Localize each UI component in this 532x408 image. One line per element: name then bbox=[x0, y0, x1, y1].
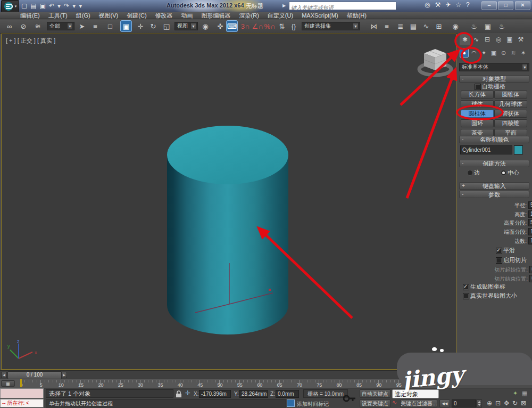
subtab-shapes[interactable]: ◠ bbox=[470, 48, 479, 58]
align-icon[interactable]: ≡ bbox=[381, 20, 393, 32]
menu-item[interactable]: 动画 bbox=[177, 12, 197, 19]
selection-region-icon[interactable]: □ bbox=[104, 20, 116, 32]
parameter-value-field[interactable]: 1 bbox=[528, 228, 532, 235]
select-and-rotate-icon[interactable]: ↻ bbox=[147, 20, 159, 32]
maxscript-listener-line[interactable]: -- 所在行: < bbox=[0, 399, 44, 407]
object-type-button[interactable]: 几何球体 bbox=[494, 100, 527, 108]
zoom-icon[interactable]: ⊕ bbox=[485, 399, 494, 407]
object-type-button[interactable]: 管状体 bbox=[494, 110, 527, 118]
tab-create[interactable]: ✱ bbox=[460, 34, 470, 45]
slice-value-field[interactable]: 0.0 bbox=[529, 266, 532, 273]
coord-x-field[interactable]: -170.396m bbox=[199, 390, 231, 398]
tab-modify[interactable]: ∿ bbox=[471, 34, 481, 45]
named-selection-sets-dropdown[interactable]: ▼ 创建选择集 bbox=[302, 22, 360, 30]
undo-dropdown-icon[interactable]: ▾ bbox=[57, 2, 61, 10]
object-type-button[interactable]: 圆环 bbox=[461, 119, 494, 127]
prev-frame-button[interactable]: ◀ bbox=[1, 372, 7, 378]
menu-item[interactable]: 图形编辑器 bbox=[197, 12, 235, 19]
rollout-parameters[interactable]: -参数 bbox=[459, 191, 529, 198]
slice-value-field[interactable]: 0.0 bbox=[529, 275, 532, 282]
viewport-label[interactable]: [ + ] [ 正交 ] [ 真实 ] bbox=[6, 37, 55, 45]
infocenter-expand-icon[interactable]: ▶ bbox=[282, 3, 286, 8]
minimize-button[interactable]: – bbox=[481, 1, 497, 10]
tab-hierarchy[interactable]: ⊟ bbox=[482, 34, 493, 45]
favorites-icon[interactable]: ☆ bbox=[455, 1, 461, 9]
coord-z-field[interactable]: 0.0mm bbox=[276, 390, 299, 398]
subtab-geometry[interactable]: ● bbox=[460, 48, 469, 58]
key-filter-curve-icon[interactable]: ∿ bbox=[392, 399, 397, 406]
viewport[interactable]: [ + ] [ 正交 ] [ 真实 ] bbox=[1, 34, 456, 370]
search-input[interactable] bbox=[289, 4, 396, 12]
object-color-swatch[interactable] bbox=[514, 145, 523, 154]
key-filters-button[interactable]: 关键点过滤器... bbox=[400, 399, 437, 407]
current-frame-field[interactable]: 0 bbox=[452, 399, 476, 407]
keyboard-override-icon[interactable]: ⌨ bbox=[226, 20, 238, 32]
snap-3d-icon[interactable]: 3∩ bbox=[239, 20, 251, 32]
infocenter-search[interactable] bbox=[289, 2, 396, 10]
subtab-spacewarps[interactable]: ≋ bbox=[509, 48, 518, 58]
redo-icon[interactable]: ↷ bbox=[64, 2, 69, 10]
window-crossing-icon[interactable]: ▣ bbox=[120, 20, 132, 32]
search-icon[interactable]: ◎ bbox=[425, 1, 430, 9]
subtab-lights[interactable]: ✦ bbox=[479, 48, 488, 58]
angle-snap-icon[interactable]: ∠∩ bbox=[252, 20, 263, 32]
mirror-icon[interactable]: ⋈ bbox=[368, 20, 380, 32]
subscription-icon[interactable]: ⚒ bbox=[435, 1, 440, 9]
menu-item[interactable]: 编辑(E) bbox=[16, 12, 44, 19]
frame-spinner[interactable] bbox=[476, 399, 482, 407]
object-type-button[interactable]: 圆锥体 bbox=[494, 91, 527, 99]
maximize-viewport-icon[interactable]: ⊠ bbox=[519, 399, 528, 407]
set-key-button[interactable]: 设置关键点 bbox=[360, 399, 390, 407]
object-type-button[interactable]: 四棱锥 bbox=[494, 119, 527, 127]
close-button[interactable]: ✕ bbox=[515, 1, 530, 10]
pan-icon[interactable]: ✥ bbox=[502, 399, 511, 407]
next-frame-button[interactable]: ▶ bbox=[61, 372, 67, 378]
smooth-checkbox[interactable] bbox=[496, 248, 502, 254]
curve-editor-icon[interactable]: ∿ bbox=[420, 20, 432, 32]
parameter-value-field[interactable]: 5 bbox=[528, 219, 532, 226]
autogrid-checkbox[interactable] bbox=[475, 84, 481, 90]
coord-y-field[interactable]: 28.264mm bbox=[239, 390, 268, 398]
help-icon[interactable]: ? bbox=[466, 1, 470, 9]
add-time-tag[interactable]: 添加时间标记 bbox=[297, 400, 329, 408]
menu-item[interactable]: 自定义(U) bbox=[263, 12, 297, 19]
use-pivot-center-icon[interactable]: ◉ bbox=[200, 20, 211, 32]
real-world-map-size-checkbox[interactable] bbox=[463, 293, 469, 299]
select-by-name-icon[interactable]: ≡ bbox=[89, 20, 101, 32]
object-type-button[interactable]: 圆柱体 bbox=[461, 110, 494, 118]
unlink-selection-icon[interactable]: ⊘ bbox=[18, 20, 29, 32]
maxscript-listener-pink[interactable] bbox=[0, 388, 44, 398]
object-type-button[interactable]: 长方体 bbox=[461, 91, 494, 99]
menu-item[interactable]: 修改器 bbox=[151, 12, 177, 19]
viewcube[interactable] bbox=[415, 46, 455, 79]
object-name-field[interactable]: Cylinder001 bbox=[460, 145, 512, 154]
select-and-scale-icon[interactable]: ◱ bbox=[161, 20, 172, 32]
menu-item[interactable]: 创建(C) bbox=[122, 12, 151, 19]
redo-dropdown-icon[interactable]: ▾ bbox=[72, 2, 76, 10]
tab-display[interactable]: ▣ bbox=[504, 34, 515, 45]
primitive-category-dropdown[interactable]: ▼ 标准基本体 bbox=[459, 63, 529, 71]
parameter-value-field[interactable]: 18 bbox=[528, 237, 532, 244]
bind-to-space-warp-icon[interactable]: ≋ bbox=[32, 20, 44, 32]
selection-lock-icon[interactable] bbox=[175, 390, 182, 398]
time-slider-grip[interactable]: 0 / 100 bbox=[7, 371, 62, 379]
parameter-value-field[interactable]: 54.531mm bbox=[528, 201, 532, 209]
rollout-keyboard-entry[interactable]: +键盘输入 bbox=[459, 182, 529, 190]
orbit-icon[interactable]: ↻ bbox=[511, 399, 519, 407]
rollout-name-color[interactable]: -名称和颜色 bbox=[459, 136, 529, 143]
zoom-region-icon[interactable]: ⊡ bbox=[494, 399, 502, 407]
percent-snap-icon[interactable]: %∩ bbox=[264, 20, 276, 32]
object-type-button[interactable]: 球体 bbox=[461, 100, 494, 108]
graphite-tools-icon[interactable]: ▤ bbox=[408, 20, 419, 32]
select-object-icon[interactable]: ➤ bbox=[76, 20, 88, 32]
open-file-icon[interactable]: ▤ bbox=[30, 2, 36, 10]
subtab-cameras[interactable]: ▣ bbox=[489, 48, 498, 58]
undo-icon[interactable]: ↶ bbox=[49, 2, 54, 10]
rollout-object-type[interactable]: -对象类型 bbox=[459, 75, 529, 83]
subtab-systems[interactable]: ✶ bbox=[519, 48, 528, 58]
spinner-snap-icon[interactable]: ⇅ bbox=[276, 20, 288, 32]
generate-mapping-coords-checkbox[interactable] bbox=[463, 284, 469, 290]
current-frame-marker[interactable] bbox=[20, 379, 22, 387]
save-file-icon[interactable]: ▣ bbox=[40, 2, 46, 10]
menu-item[interactable]: MAXScript(M) bbox=[297, 12, 342, 19]
